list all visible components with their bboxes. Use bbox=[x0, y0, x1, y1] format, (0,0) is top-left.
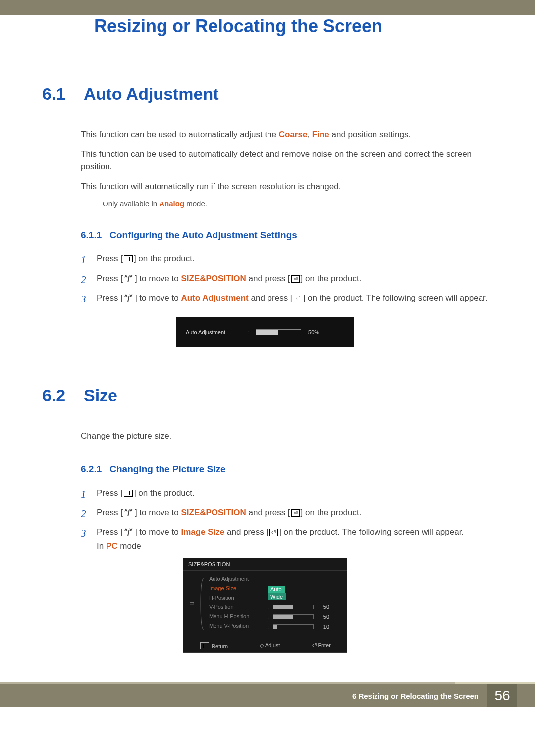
text: ] on the product. bbox=[134, 254, 195, 263]
enter-icon: ⏎ bbox=[291, 509, 300, 517]
enter-icon: ⏎ bbox=[291, 275, 300, 283]
step-number: 3 bbox=[81, 292, 97, 307]
text: This function will automatically run if … bbox=[81, 180, 488, 193]
text: and press [ bbox=[246, 508, 290, 517]
subsection-number: 6.1.1 bbox=[81, 230, 102, 241]
emph-analog: Analog bbox=[159, 200, 184, 208]
step-number: 2 bbox=[81, 506, 97, 522]
text: Press [ bbox=[97, 254, 123, 263]
chapter-title: Resizing or Relocating the Screen bbox=[94, 16, 382, 37]
text: ] on the product. bbox=[301, 274, 362, 283]
step-3b: 3 Press [˄/˅] to move to Image Size and … bbox=[81, 526, 488, 552]
subsection-number: 6.2.1 bbox=[81, 464, 102, 475]
up-down-icon: ˄/˅ bbox=[124, 507, 134, 520]
text: ] on the product. The following screen w… bbox=[303, 293, 488, 302]
page-number: 56 bbox=[487, 684, 517, 707]
up-down-icon: ˄/˅ bbox=[124, 273, 134, 286]
option: Wide bbox=[268, 593, 286, 600]
text: and press [ bbox=[249, 293, 293, 302]
osd-menu-items: Auto Adjustment Image Size H-Position V-… bbox=[209, 576, 264, 630]
menu-item: Menu H-Position bbox=[209, 613, 264, 619]
text: ] on the product. The following screen w… bbox=[279, 527, 464, 537]
header-bar: Resizing or Relocating the Screen bbox=[0, 0, 535, 15]
step-1b: 1 Press [] on the product. bbox=[81, 487, 488, 503]
slider-value: 50 bbox=[318, 604, 329, 610]
text: This function can be used to automatical… bbox=[81, 148, 488, 173]
emph-imagesize: Image Size bbox=[181, 527, 224, 537]
section-6-1-heading: 6.1 Auto Adjustment bbox=[42, 84, 488, 103]
menu-icon bbox=[124, 490, 133, 497]
menu-item-active: Image Size bbox=[209, 585, 264, 591]
text: ] to move to bbox=[135, 508, 181, 517]
text: Press [ bbox=[97, 508, 123, 517]
text: In bbox=[97, 541, 106, 551]
section-6-2-body: Change the picture size. bbox=[81, 430, 488, 443]
menu-item: H-Position bbox=[209, 595, 264, 601]
step-1: 1 Press [] on the product. bbox=[81, 252, 488, 268]
step-3: 3 Press [˄/˅] to move to Auto Adjustment… bbox=[81, 292, 488, 307]
subsection-title: Configuring the Auto Adjustment Settings bbox=[109, 230, 297, 241]
section-number: 6.1 bbox=[42, 84, 70, 103]
text: Only available in bbox=[103, 200, 159, 208]
menu-item: Menu V-Position bbox=[209, 623, 264, 629]
subsection-title: Changing the Picture Size bbox=[109, 464, 225, 475]
section-title: Auto Adjustment bbox=[84, 84, 219, 103]
text: and press [ bbox=[246, 274, 290, 283]
text: ] to move to bbox=[135, 274, 181, 283]
osd-footer: Return ◇ Adjust ⏎ Enter bbox=[183, 639, 347, 652]
menu-icon bbox=[124, 255, 133, 262]
section-6-1-body: This function can be used to automatical… bbox=[81, 128, 488, 193]
up-down-icon: ˄/˅ bbox=[124, 527, 134, 540]
page-footer: 6 Resizing or Relocating the Screen 56 bbox=[0, 684, 535, 707]
bracket-icon bbox=[200, 577, 205, 631]
note-analog: Only available in Analog mode. bbox=[103, 200, 488, 208]
enter-icon: ⏎ bbox=[269, 529, 278, 536]
text: ] on the product. bbox=[301, 508, 362, 517]
text: Press [ bbox=[97, 293, 123, 302]
step-2: 2 Press [˄/˅] to move to SIZE&POSITION a… bbox=[81, 272, 488, 288]
osd-menu-values: Auto Wide : 50 : 50 : 10 bbox=[268, 576, 341, 630]
menu-item: Auto Adjustment bbox=[209, 576, 264, 582]
emph-autoadj: Auto Adjustment bbox=[181, 293, 248, 302]
slider-bar bbox=[273, 614, 314, 619]
step-number: 3 bbox=[81, 526, 97, 552]
text: and press [ bbox=[224, 527, 268, 537]
section-number: 6.2 bbox=[42, 386, 70, 405]
text: ] to move to bbox=[135, 293, 181, 302]
emph-pc: PC bbox=[106, 541, 118, 551]
option-selected: Auto bbox=[268, 586, 285, 593]
text: mode. bbox=[184, 200, 207, 208]
step-number: 2 bbox=[81, 272, 97, 288]
text: and position settings. bbox=[329, 130, 411, 139]
section-6-1-1-heading: 6.1.1 Configuring the Auto Adjustment Se… bbox=[81, 230, 488, 241]
osd-size-position-menu: SIZE&POSITION ▭ Auto Adjustment Image Si… bbox=[183, 558, 347, 653]
step-number: 1 bbox=[81, 252, 97, 268]
footer-chapter-num: 6 bbox=[352, 692, 356, 700]
step-number: 1 bbox=[81, 487, 97, 503]
footer-adjust: Adjust bbox=[265, 642, 280, 648]
osd-auto-adjustment: Auto Adjustment : 50% bbox=[176, 317, 354, 347]
menu-item: V-Position bbox=[209, 604, 264, 610]
text: This function can be used to automatical… bbox=[81, 130, 279, 139]
slider-value: 50 bbox=[318, 614, 329, 620]
footer-return: Return bbox=[212, 643, 228, 649]
section-title: Size bbox=[84, 386, 117, 405]
footer-enter: Enter bbox=[318, 642, 331, 648]
text: Press [ bbox=[97, 488, 123, 498]
slider-bar bbox=[273, 624, 314, 629]
emph-sizepos: SIZE&POSITION bbox=[181, 508, 246, 517]
emph-fine: Fine bbox=[312, 130, 329, 139]
emph-sizepos: SIZE&POSITION bbox=[181, 274, 246, 283]
progress-bar bbox=[256, 329, 301, 335]
section-6-2-1-heading: 6.2.1 Changing the Picture Size bbox=[81, 464, 488, 475]
up-down-icon: ˄/˅ bbox=[124, 293, 134, 305]
text: ] on the product. bbox=[134, 488, 195, 498]
aspect-icon: ▭ bbox=[189, 576, 196, 630]
section-6-2-heading: 6.2 Size bbox=[42, 386, 488, 405]
text: Press [ bbox=[97, 527, 123, 537]
text: , bbox=[307, 130, 312, 139]
text: Press [ bbox=[97, 274, 123, 283]
text: ] to move to bbox=[135, 527, 181, 537]
osd-label: Auto Adjustment bbox=[186, 329, 240, 335]
step-2b: 2 Press [˄/˅] to move to SIZE&POSITION a… bbox=[81, 506, 488, 522]
